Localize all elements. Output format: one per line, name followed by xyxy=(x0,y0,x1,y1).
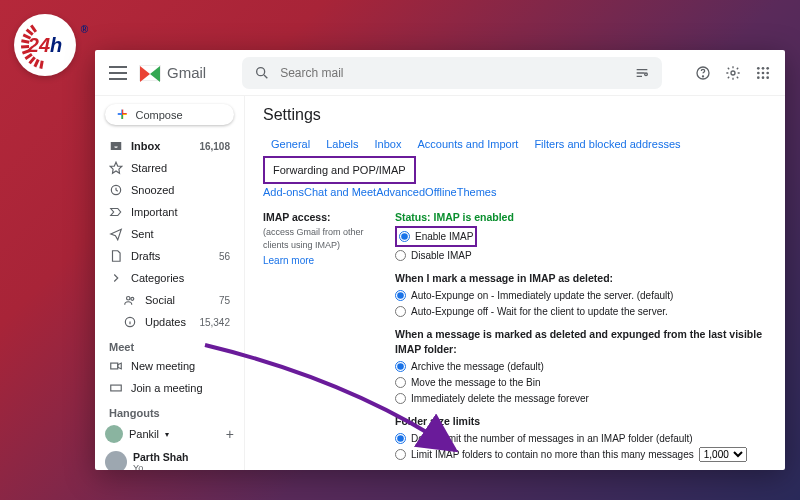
move-bin-label: Move the message to the Bin xyxy=(411,375,541,390)
radio-enable-imap[interactable] xyxy=(399,231,410,242)
gmail-window: Gmail + Compose Inbox xyxy=(95,50,785,470)
sidebar-label: Important xyxy=(131,206,177,218)
sidebar-label: Updates xyxy=(145,316,186,328)
radio-autoexpunge-on[interactable] xyxy=(395,290,406,301)
meet-join-meeting[interactable]: Join a meeting xyxy=(95,377,244,399)
sidebar-count: 56 xyxy=(219,251,230,262)
settings-panel: Settings General Labels Inbox Accounts a… xyxy=(245,96,785,470)
compose-label: Compose xyxy=(136,109,183,121)
meet-label: New meeting xyxy=(131,360,195,372)
tab-advanced[interactable]: Advanced xyxy=(376,186,425,198)
sidebar-item-inbox[interactable]: Inbox 16,108 xyxy=(95,135,244,157)
sidebar-item-snoozed[interactable]: Snoozed xyxy=(95,179,244,201)
limit-folder-label: Limit IMAP folders to contain no more th… xyxy=(411,447,694,462)
sidebar-label: Drafts xyxy=(131,250,160,262)
tab-themes[interactable]: Themes xyxy=(457,186,497,198)
sidebar-label: Sent xyxy=(131,228,154,240)
svg-point-15 xyxy=(757,76,760,79)
hangouts-user-row[interactable]: Pankil ▾ + xyxy=(95,421,244,447)
enable-imap-label: Enable IMAP xyxy=(415,229,473,244)
enable-imap-highlight: Enable IMAP xyxy=(395,226,477,247)
gear-icon[interactable] xyxy=(725,65,741,81)
important-icon xyxy=(109,205,123,219)
radio-archive[interactable] xyxy=(395,361,406,372)
main-menu-icon[interactable] xyxy=(109,66,127,80)
radio-move-bin[interactable] xyxy=(395,377,406,388)
topbar: Gmail xyxy=(95,50,785,96)
page-title: Settings xyxy=(263,106,767,124)
tab-filters[interactable]: Filters and blocked addresses xyxy=(526,132,688,156)
svg-point-8 xyxy=(731,71,735,75)
tab-labels[interactable]: Labels xyxy=(318,132,366,156)
tab-chat[interactable]: Chat and Meet xyxy=(304,186,376,198)
logo-registered: ® xyxy=(81,24,88,35)
info-icon xyxy=(123,315,137,329)
meet-label: Join a meeting xyxy=(131,382,203,394)
apps-grid-icon[interactable] xyxy=(755,65,771,81)
drafts-icon xyxy=(109,249,123,263)
autoexpunge-on-label: Auto-Expunge on - Immediately update the… xyxy=(411,288,673,303)
search-bar[interactable] xyxy=(242,57,662,89)
search-options-icon[interactable] xyxy=(634,65,650,81)
radio-limit-folder[interactable] xyxy=(395,449,406,460)
star-icon xyxy=(109,161,123,175)
sidebar-item-starred[interactable]: Starred xyxy=(95,157,244,179)
sidebar-item-drafts[interactable]: Drafts 56 xyxy=(95,245,244,267)
hangouts-add-icon[interactable]: + xyxy=(226,426,234,442)
gmail-logo[interactable]: Gmail xyxy=(139,64,206,81)
sidebar-item-sent[interactable]: Sent xyxy=(95,223,244,245)
site-24h-logo: 24h ® xyxy=(14,14,76,76)
imap-access-label: IMAP access: (access Gmail from other cl… xyxy=(263,210,383,470)
svg-point-10 xyxy=(762,67,765,70)
imap-status: Status: IMAP is enabled xyxy=(395,210,767,226)
chat-row[interactable]: Parth Shah Yo xyxy=(95,447,244,470)
heading-mark-deleted: When I mark a message in IMAP as deleted… xyxy=(395,271,767,287)
compose-button[interactable]: + Compose xyxy=(105,104,234,125)
sidebar-count: 75 xyxy=(219,295,230,306)
radio-delete-forever[interactable] xyxy=(395,393,406,404)
tab-inbox[interactable]: Inbox xyxy=(367,132,410,156)
imap-learn-more-link[interactable]: Learn more xyxy=(263,255,314,266)
radio-no-limit[interactable] xyxy=(395,433,406,444)
svg-point-14 xyxy=(766,71,769,74)
inbox-icon xyxy=(109,139,123,153)
tab-forwarding-pop-imap[interactable]: Forwarding and POP/IMAP xyxy=(263,156,416,184)
sidebar-label: Snoozed xyxy=(131,184,174,196)
sidebar-item-updates[interactable]: Updates 15,342 xyxy=(95,311,244,333)
radio-autoexpunge-off[interactable] xyxy=(395,306,406,317)
chat-name: Parth Shah xyxy=(133,451,188,463)
search-input[interactable] xyxy=(280,66,624,80)
tab-offline[interactable]: Offline xyxy=(425,186,457,198)
sidebar-label: Inbox xyxy=(131,140,160,152)
gmail-wordmark: Gmail xyxy=(167,64,206,81)
avatar xyxy=(105,451,127,470)
plus-icon: + xyxy=(117,104,128,125)
tab-addons[interactable]: Add-ons xyxy=(263,186,304,198)
svg-point-12 xyxy=(757,71,760,74)
sidebar-count: 16,108 xyxy=(199,141,230,152)
people-icon xyxy=(123,293,137,307)
help-icon[interactable] xyxy=(695,65,711,81)
svg-marker-18 xyxy=(110,162,122,173)
sidebar-item-important[interactable]: Important xyxy=(95,201,244,223)
delete-forever-label: Immediately delete the message forever xyxy=(411,391,589,406)
tab-general[interactable]: General xyxy=(263,132,318,156)
folder-limit-select[interactable]: 1,000 xyxy=(699,447,747,462)
meet-new-meeting[interactable]: New meeting xyxy=(95,355,244,377)
imap-access-sub: (access Gmail from other clients using I… xyxy=(263,226,383,253)
sidebar-label: Categories xyxy=(131,272,184,284)
svg-point-5 xyxy=(645,73,648,76)
hangouts-user: Pankil xyxy=(129,428,159,440)
chat-preview: Yo xyxy=(133,463,188,470)
sidebar: + Compose Inbox 16,108 Starred Snoozed I… xyxy=(95,96,245,470)
sidebar-item-categories[interactable]: Categories xyxy=(95,267,244,289)
disable-imap-label: Disable IMAP xyxy=(411,248,472,263)
archive-label: Archive the message (default) xyxy=(411,359,544,374)
keyboard-icon xyxy=(109,381,123,395)
heading-folder-limits: Folder size limits xyxy=(395,414,767,430)
radio-disable-imap[interactable] xyxy=(395,250,406,261)
tab-accounts[interactable]: Accounts and Import xyxy=(409,132,526,156)
svg-point-16 xyxy=(762,76,765,79)
chevron-right-icon xyxy=(109,271,123,285)
sidebar-item-social[interactable]: Social 75 xyxy=(95,289,244,311)
